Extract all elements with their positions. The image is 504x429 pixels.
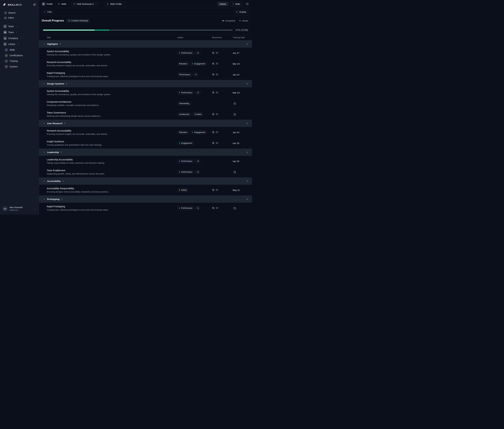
- label-pill[interactable]: Safety: [177, 188, 189, 192]
- add-skills-button[interactable]: Skills: [230, 2, 242, 6]
- library-books-icon: [212, 188, 215, 191]
- label-pill[interactable]: Performance: [177, 170, 194, 174]
- chevron-down-icon[interactable]: [43, 122, 45, 124]
- sidebar-item-company[interactable]: Company: [0, 35, 39, 41]
- section-header[interactable]: Accessibility 1: [39, 178, 252, 185]
- resources-count[interactable]: 12: [212, 188, 218, 191]
- progress-value: 57% (22/38): [236, 29, 248, 31]
- skill-row[interactable]: Token Governance Defining and maintainin…: [39, 109, 252, 120]
- sidebar-item-library[interactable]: Library: [0, 41, 39, 47]
- training-date: Mar 19: [233, 91, 240, 94]
- skill-row[interactable]: Insight Synthesis Turning qualitative an…: [39, 138, 252, 149]
- add-skill-to-section-button[interactable]: [246, 198, 248, 200]
- chevron-down-icon[interactable]: [43, 180, 45, 182]
- label-pill[interactable]: Performance: [177, 91, 194, 94]
- label-pill[interactable]: Retention: [177, 62, 189, 66]
- add-training-date-button[interactable]: [233, 207, 236, 210]
- user-menu-button[interactable]: [34, 208, 36, 210]
- label-overflow-pill[interactable]: +4: [195, 159, 200, 163]
- chevron-down-icon[interactable]: [43, 198, 45, 200]
- skill-row[interactable]: System Accountability Owning the consist…: [39, 48, 252, 58]
- skill-row[interactable]: Leadership Accountability Taking respons…: [39, 156, 252, 167]
- training-date: Apr 29: [233, 142, 239, 144]
- skill-section: Leadership 2 Leadership Accountability T…: [39, 149, 252, 178]
- label-pill[interactable]: Onboarding: [177, 102, 191, 105]
- resources-cell: 12: [212, 188, 233, 192]
- section-count: 2: [64, 122, 66, 125]
- label-pill[interactable]: Performance: [177, 206, 194, 210]
- chevron-down-icon[interactable]: [43, 151, 45, 153]
- sidebar-item-skills[interactable]: Skills: [0, 47, 39, 53]
- role-selector-dropdown[interactable]: Field Technician II: [71, 2, 99, 6]
- resources-count[interactable]: 12: [212, 207, 218, 209]
- layers-icon: [5, 65, 8, 68]
- add-skill-to-section-button[interactable]: [246, 82, 248, 85]
- resources-count[interactable]: 12: [212, 142, 218, 144]
- resources-count[interactable]: 12: [212, 91, 218, 94]
- sidebar-item-team-2[interactable]: Team: [0, 29, 39, 35]
- panel-left-icon: [33, 3, 36, 6]
- app-logo-icon: [3, 3, 6, 6]
- breadcrumb-profile[interactable]: Profile: [47, 3, 53, 5]
- sidebar-item-certifications[interactable]: Certifications: [0, 53, 39, 58]
- skill-cell: Token Governance Defining and maintainin…: [47, 111, 177, 117]
- sidebar-item-inbox[interactable]: Inbox: [0, 15, 39, 20]
- label-pill[interactable]: Performance: [177, 159, 194, 163]
- add-skill-to-section-button[interactable]: [246, 180, 248, 182]
- display-button[interactable]: Display: [234, 10, 248, 14]
- add-training-date-button[interactable]: [233, 102, 236, 105]
- resources-count[interactable]: 12: [212, 131, 218, 134]
- add-training-date-button[interactable]: [233, 113, 236, 116]
- skill-row[interactable]: Accessibility Responsibility Ensuring de…: [39, 185, 252, 196]
- resources-count[interactable]: 12: [212, 113, 218, 116]
- label-overflow-pill[interactable]: +2: [195, 170, 200, 174]
- add-skill-to-section-button[interactable]: [246, 43, 248, 45]
- skill-row[interactable]: Research Accountability Ensuring researc…: [39, 58, 252, 69]
- label-overflow-pill[interactable]: +3 labels: [192, 113, 203, 116]
- section-header[interactable]: Leadership 2: [39, 149, 252, 156]
- resources-count[interactable]: 12: [212, 52, 218, 54]
- label-overflow-pill[interactable]: +2: [195, 51, 200, 55]
- resources-count[interactable]: 12: [212, 73, 218, 76]
- skill-name: Research Accountability: [47, 61, 177, 63]
- section-header[interactable]: User Research 2: [39, 120, 252, 127]
- add-training-date-button[interactable]: [233, 171, 236, 173]
- skill-row[interactable]: Rapid Prototyping Creating fast, effecti…: [39, 203, 252, 214]
- sidebar-item-team-1[interactable]: Team: [0, 23, 39, 29]
- section-header[interactable]: Design Systems 3: [39, 80, 252, 87]
- career-button[interactable]: Career: [217, 2, 228, 6]
- skill-row[interactable]: Component Architecture Designing scalabl…: [39, 98, 252, 109]
- skill-row[interactable]: Rapid Prototyping Creating fast, effecti…: [39, 69, 252, 80]
- sidebar-collapse-button[interactable]: [33, 3, 36, 6]
- label-overflow-pill[interactable]: +1: [195, 206, 200, 210]
- label-pill[interactable]: Retention: [177, 131, 189, 134]
- breadcrumb-skills[interactable]: Skills: [61, 3, 66, 5]
- skill-row[interactable]: Team Enablement Supporting growth, clari…: [39, 167, 252, 178]
- add-skill-to-section-button[interactable]: [246, 122, 248, 125]
- label-overflow-pill[interactable]: +2: [195, 91, 200, 94]
- label-pill[interactable]: Performance: [177, 73, 192, 76]
- user-footer[interactable]: AH Alex Honnold Acme Co.: [0, 204, 39, 214]
- label-pill[interactable]: Architecture: [177, 113, 191, 116]
- sidebar-item-careers[interactable]: Careers: [0, 64, 39, 69]
- label-pill[interactable]: Engagement: [190, 131, 207, 134]
- section-header[interactable]: Highlights 3: [39, 40, 252, 48]
- label-pill[interactable]: Engagement: [190, 62, 207, 66]
- skill-row[interactable]: System Accountability Owning the consist…: [39, 87, 252, 98]
- sidebar-item-training[interactable]: Training: [0, 58, 39, 64]
- label-pill[interactable]: Performance: [177, 51, 194, 55]
- label-pill[interactable]: Engagement: [177, 141, 194, 145]
- chevron-down-icon[interactable]: [43, 43, 45, 45]
- label-overflow-pill[interactable]: +1: [193, 73, 198, 76]
- skill-row[interactable]: Research Accountability Ensuring researc…: [39, 127, 252, 138]
- deadline-badge: 4 weeks remaining: [67, 19, 90, 22]
- filter-button[interactable]: Filter: [42, 10, 54, 14]
- chevrons-up-down-icon: [95, 3, 97, 5]
- section-header[interactable]: Prototyping 1: [39, 196, 252, 203]
- chevron-down-icon[interactable]: [43, 83, 45, 85]
- add-skill-to-section-button[interactable]: [246, 151, 248, 153]
- right-panel-toggle-button[interactable]: [246, 2, 249, 5]
- view-selector-dropdown[interactable]: Skills Profile: [105, 2, 127, 6]
- sidebar-item-search[interactable]: Search: [0, 10, 39, 15]
- resources-count[interactable]: 12: [212, 62, 218, 65]
